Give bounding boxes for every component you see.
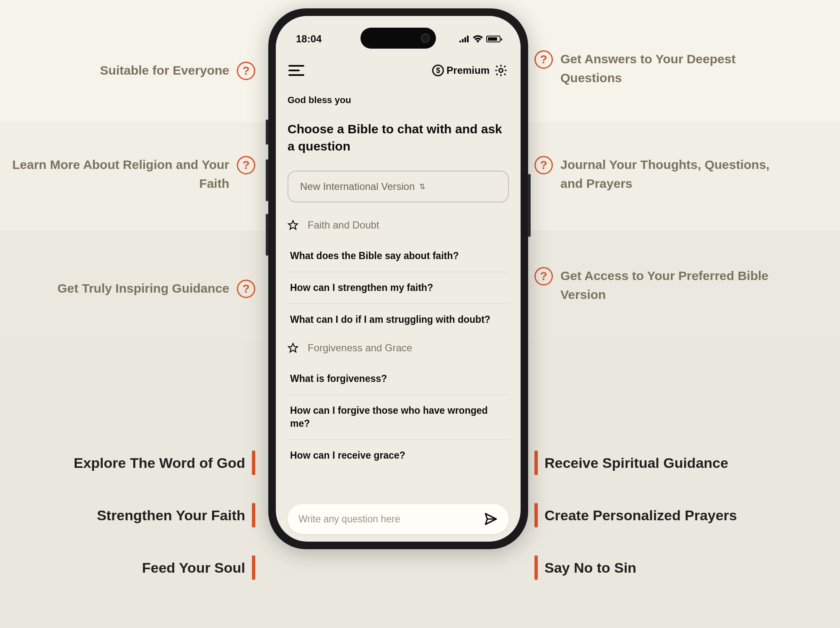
bar-text: Strengthen Your Faith [97,507,245,524]
bar-text: Receive Spiritual Guidance [544,455,728,471]
menu-button[interactable] [288,65,304,76]
accent-bar [534,451,538,475]
bar-left-2: Strengthen Your Faith [97,503,255,527]
question-item[interactable]: How can I forgive those who have wronged… [288,394,509,439]
callout-text: Learn More About Religion and Your Faith [11,155,229,193]
question-input[interactable]: Write any question here [288,504,509,534]
category-name: Forgiveness and Grace [308,342,412,354]
question-item[interactable]: How can I receive grace? [288,439,509,471]
accent-bar [252,503,255,527]
dollar-icon: $ [432,65,444,76]
bar-text: Feed Your Soul [142,560,245,576]
phone-volume-up [266,159,268,201]
accent-bar [534,503,538,527]
settings-icon[interactable] [494,63,508,78]
bar-text: Explore The Word of God [74,455,245,471]
battery-icon [486,36,500,42]
callout-text: Get Truly Inspiring Guidance [57,279,229,298]
bar-text: Create Personalized Prayers [544,507,737,524]
svg-rect-3 [467,36,469,42]
app-header: $ Premium [276,56,521,85]
callout-text: Suitable for Everyone [100,61,229,80]
question-icon: ? [534,156,553,174]
question-icon: ? [237,156,255,174]
callout-text: Journal Your Thoughts, Questions, and Pr… [560,155,778,193]
accent-bar [534,555,538,580]
input-placeholder: Write any question here [298,514,400,525]
question-icon: ? [534,267,553,285]
premium-label: Premium [446,65,490,76]
svg-marker-5 [288,221,298,229]
bar-right-3: Say No to Sin [534,555,636,580]
wifi-icon [473,35,483,43]
callout-right-2: ? Journal Your Thoughts, Questions, and … [534,155,778,193]
question-item[interactable]: What is forgiveness? [288,363,509,394]
svg-rect-1 [462,39,464,42]
bar-text: Say No to Sin [544,560,636,576]
question-icon: ? [237,62,255,80]
bar-right-1: Receive Spiritual Guidance [534,451,728,475]
status-time: 18:04 [296,33,321,45]
category-name: Faith and Doubt [308,219,379,231]
bible-version-select[interactable]: New International Version ⇅ [288,171,509,202]
question-item[interactable]: How can I strengthen my faith? [288,272,509,304]
question-list: What does the Bible say about faith? How… [288,240,509,335]
star-icon [288,220,298,231]
bar-left-3: Feed Your Soul [142,555,255,580]
svg-point-4 [499,68,503,72]
bar-left-1: Explore The Word of God [74,451,255,475]
premium-button[interactable]: $ Premium [432,65,490,76]
accent-bar [252,555,255,580]
main-heading: Choose a Bible to chat with and ask a qu… [288,121,509,155]
bible-version-label: New International Version [300,181,415,192]
callout-right-1: ? Get Answers to Your Deepest Questions [534,49,778,87]
dynamic-island [360,28,436,49]
callout-left-1: Suitable for Everyone ? [100,61,255,80]
callout-text: Get Access to Your Preferred Bible Versi… [560,266,778,304]
svg-rect-2 [464,37,466,42]
phone-power-button [528,174,531,237]
callout-left-3: Get Truly Inspiring Guidance ? [57,279,255,298]
phone-volume-down [266,214,268,256]
star-icon [288,343,298,353]
callout-text: Get Answers to Your Deepest Questions [560,49,778,87]
question-icon: ? [534,50,553,69]
callout-right-3: ? Get Access to Your Preferred Bible Ver… [534,266,778,304]
svg-marker-6 [288,343,298,352]
accent-bar [252,451,255,475]
category-header: Forgiveness and Grace [288,342,509,354]
send-icon[interactable] [484,512,498,526]
callout-left-2: Learn More About Religion and Your Faith… [11,155,255,193]
app-body: God bless you Choose a Bible to chat wit… [276,87,521,500]
question-item[interactable]: What does the Bible say about faith? [288,240,509,272]
phone-mockup: 18:04 $ Premium [268,8,528,549]
question-list: What is forgiveness? How can I forgive t… [288,363,509,471]
chevron-updown-icon: ⇅ [419,183,425,190]
svg-rect-0 [459,41,461,42]
status-icons [459,35,500,43]
phone-side-button [266,119,268,145]
question-item[interactable]: What can I do if I am struggling with do… [288,304,509,335]
bar-right-2: Create Personalized Prayers [534,503,737,527]
greeting-text: God bless you [288,95,509,106]
question-icon: ? [237,280,255,298]
category-header: Faith and Doubt [288,219,509,231]
cellular-icon [459,36,469,42]
phone-screen: 18:04 $ Premium [276,16,521,542]
